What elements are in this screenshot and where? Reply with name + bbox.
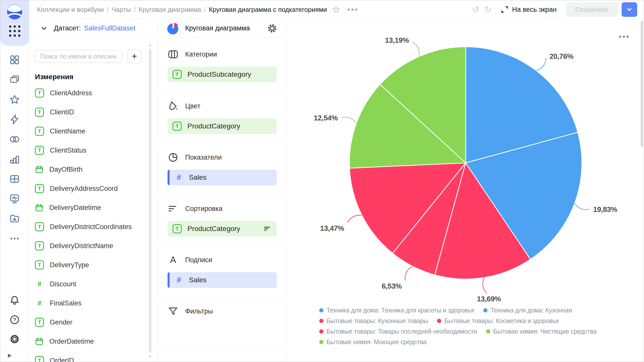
pie-percent-label: 12,54% (314, 114, 338, 122)
undo-icon[interactable]: ↺ (470, 5, 482, 14)
pie-chart-type-icon[interactable] (167, 22, 179, 34)
dimension-item[interactable]: TGender (29, 313, 157, 332)
dimension-item[interactable]: TDeliveryAddressCoord (29, 179, 157, 198)
sort-field-pill[interactable]: T ProductCategory (168, 221, 277, 237)
dimension-item[interactable]: TClientName (29, 122, 157, 141)
chart-legend: Техника для дома: Техника для красоты и … (319, 307, 601, 346)
notifications-icon[interactable] (9, 295, 20, 306)
string-type-icon: T (35, 241, 44, 250)
legend-dot (319, 319, 324, 323)
page-scrollbar-thumb[interactable] (641, 21, 643, 147)
save-dropdown-button[interactable] (622, 2, 637, 17)
legend-dot (437, 319, 441, 323)
section-label: Сортировка (185, 205, 222, 213)
dimension-name: DeliveryDistrictName (50, 242, 113, 250)
categories-field-pill[interactable]: T ProductSubcategory (168, 67, 277, 82)
gear-icon[interactable] (267, 23, 278, 34)
breadcrumb-item[interactable]: Чарты (112, 6, 131, 14)
save-button[interactable]: Сохранено (566, 2, 618, 17)
dimension-item[interactable]: TClientStatus (29, 141, 157, 160)
legend-dot (319, 308, 324, 312)
dimension-item[interactable]: DeliveryDatetime (29, 198, 157, 217)
section-label: Категории (185, 51, 217, 58)
dimension-item[interactable]: DayOfBirth (29, 160, 157, 179)
collections-icon[interactable] (9, 54, 20, 66)
dataset-name-link[interactable]: SalesFullDataset (84, 24, 135, 32)
dimension-name: FinalSales (50, 299, 82, 307)
dataset-selector[interactable]: Датасет: SalesFullDataset (29, 19, 157, 38)
scroll-up-icon[interactable]: ▲ (148, 43, 152, 47)
sort-icon (168, 203, 179, 214)
help-icon[interactable]: ? (9, 314, 20, 326)
gallery-icon[interactable] (9, 213, 20, 224)
scroll-down-icon[interactable]: ▼ (148, 355, 152, 358)
color-field-pill[interactable]: T ProductCategory (168, 118, 277, 134)
section-label: Цвет (185, 102, 200, 110)
breadcrumb-item[interactable]: Круговая диаграмма с подкатегориями (209, 6, 327, 14)
dimensions-scrollbar[interactable]: ▲ ▼ (149, 43, 152, 358)
add-field-button[interactable]: + (127, 49, 141, 63)
dimension-item[interactable]: TClientID (29, 103, 157, 122)
legend-label: Бытовая химия: Моющие средства (327, 338, 426, 346)
legend-item[interactable]: Бытовые товары: Косметика и здоровье (437, 317, 559, 325)
legend-label: Бытовая химия: Чистящие средства (493, 328, 597, 335)
more-icon[interactable] (9, 233, 20, 244)
datasets-icon[interactable] (9, 133, 20, 145)
field-search-input[interactable] (35, 50, 122, 63)
dimension-item[interactable]: #FinalSales (29, 294, 157, 313)
string-type-icon: T (35, 108, 44, 117)
date-type-icon (35, 337, 44, 346)
legend-item[interactable]: Бытовые товары: Кухонные товары (319, 317, 428, 325)
section-color: Цвет T ProductCategory (157, 93, 286, 144)
breadcrumb: Коллекции и воркбуки/Чарты/Круговая диаг… (37, 6, 327, 14)
rail-nav (0, 54, 29, 244)
settings-icon[interactable] (9, 333, 20, 345)
pie-percent-label: 13,69% (477, 295, 501, 303)
legend-item[interactable]: Бытовая химия: Чистящие средства (486, 328, 597, 335)
measures-field-pill[interactable]: # Sales (168, 170, 277, 185)
legend-item[interactable]: Бытовые товары: Товары последней необход… (319, 328, 477, 335)
dimension-item[interactable]: #Discount (29, 275, 157, 294)
dimension-item[interactable]: TDeliveryDistrictCoordinates (29, 217, 157, 236)
string-type-icon: T (35, 356, 44, 362)
dimension-item[interactable]: OrderDatetime (29, 332, 157, 351)
dimension-name: Gender (50, 319, 72, 326)
charts-icon[interactable] (9, 153, 20, 165)
section-sort: Сортировка T ProductCategory (157, 195, 286, 246)
fullscreen-icon[interactable] (501, 6, 509, 14)
chart-menu-icon[interactable] (619, 36, 629, 38)
breadcrumb-item[interactable]: Круговая диаграмма (139, 6, 201, 14)
legend-item[interactable]: Техника для дома: Кухонная (483, 307, 572, 314)
legend-item[interactable]: Бытовая химия: Моющие средства (319, 338, 426, 346)
pie-percent-label: 13,47% (320, 224, 344, 232)
workbooks-icon[interactable] (9, 74, 20, 85)
string-type-icon: T (35, 146, 44, 155)
legend-item[interactable]: Техника для дома: Техника для красоты и … (319, 307, 474, 314)
sort-direction-icon[interactable] (264, 225, 272, 233)
favorites-icon[interactable] (9, 94, 20, 105)
favorite-star-icon[interactable]: ☆ (332, 5, 340, 14)
datalens-logo[interactable] (7, 4, 23, 20)
section-label: Подписи (185, 256, 212, 264)
categories-icon (168, 49, 179, 60)
dimension-name: OrderDatetime (49, 338, 94, 345)
more-menu-icon[interactable] (348, 9, 357, 11)
pie-percent-label: 19,83% (593, 205, 617, 213)
dimension-item[interactable]: TDeliveryDistrictName (29, 236, 157, 255)
monitoring-icon[interactable] (9, 193, 20, 205)
breadcrumb-item[interactable]: Коллекции и воркбуки (37, 6, 104, 14)
connections-icon[interactable] (9, 114, 20, 125)
fullscreen-label[interactable]: На весь экран (512, 6, 557, 14)
labels-field-pill[interactable]: # Sales (168, 272, 277, 288)
apps-grid-icon[interactable] (9, 25, 20, 37)
redo-icon[interactable]: ↻ (482, 5, 494, 14)
dimension-item[interactable]: TOrderID (29, 351, 157, 362)
expand-panel-icon[interactable] (6, 352, 13, 359)
dimension-item[interactable]: TDeliveryType (29, 255, 157, 275)
dimension-item[interactable]: TClientAddress (29, 83, 157, 103)
legend-label: Бытовые товары: Косметика и здоровье (444, 317, 559, 325)
dataset-label: Датасет: (54, 24, 81, 32)
number-type-icon: # (35, 299, 44, 307)
dashboards-icon[interactable] (9, 173, 20, 185)
scrollbar-thumb[interactable] (149, 49, 151, 353)
